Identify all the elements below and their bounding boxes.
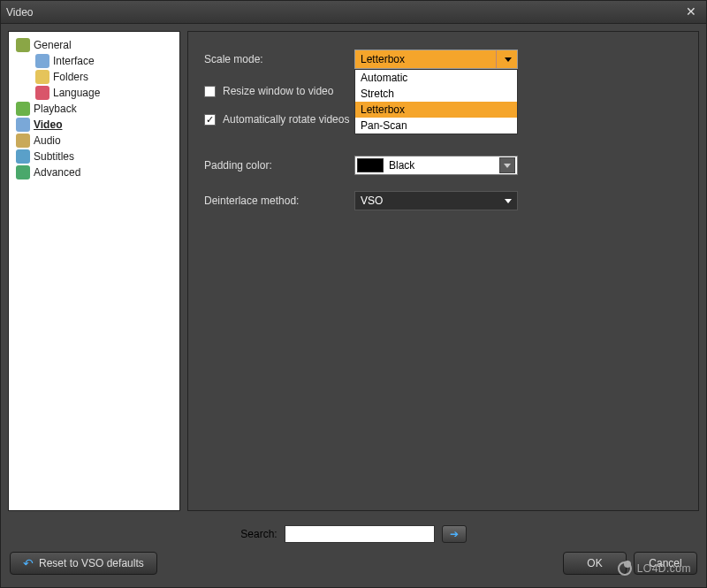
sidebar-item-general[interactable]: General: [12, 37, 176, 53]
watermark: LO4D.com: [618, 561, 691, 576]
sidebar-item-advanced[interactable]: Advanced: [12, 164, 176, 180]
play-icon: [16, 102, 30, 116]
scale-mode-options: AutomaticStretchLetterboxPan-Scan: [354, 69, 518, 134]
film-icon: [16, 118, 30, 132]
sidebar-item-label: Folders: [53, 71, 88, 83]
deinterlace-value: VSO: [361, 195, 383, 207]
chevron-down-icon: [505, 199, 512, 203]
search-button[interactable]: ➔: [442, 525, 467, 543]
scale-mode-value: Letterbox: [361, 53, 405, 65]
window-icon: [35, 54, 49, 68]
chevron-down-icon: [499, 157, 515, 173]
sidebar: GeneralInterfaceFoldersLanguagePlaybackV…: [8, 31, 180, 511]
color-swatch: [357, 158, 384, 172]
sidebar-item-label: General: [34, 39, 72, 51]
sidebar-item-label: Audio: [34, 134, 61, 147]
settings-window: Video ✕ GeneralInterfaceFoldersLanguageP…: [0, 0, 707, 588]
window-title: Video: [6, 6, 681, 19]
sidebar-item-language[interactable]: Language: [12, 85, 176, 101]
arrow-right-icon: ➔: [450, 528, 459, 540]
scale-mode-row: Scale mode: Letterbox AutomaticStretchLe…: [204, 50, 682, 69]
button-row: ↶ Reset to VSO defaults OK Cancel: [10, 552, 697, 575]
search-input[interactable]: [285, 525, 435, 543]
search-row: Search: ➔: [10, 525, 697, 543]
deinterlace-row: Deinterlace method: VSO: [204, 191, 682, 210]
sidebar-item-audio[interactable]: Audio: [12, 133, 176, 149]
scale-option-letterbox[interactable]: Letterbox: [355, 102, 517, 118]
logo-icon: [618, 561, 632, 576]
scale-mode-label: Scale mode:: [204, 53, 354, 65]
window-body: GeneralInterfaceFoldersLanguagePlaybackV…: [1, 24, 706, 518]
sidebar-item-interface[interactable]: Interface: [12, 53, 176, 69]
search-label: Search:: [240, 528, 277, 540]
scale-option-stretch[interactable]: Stretch: [355, 86, 517, 102]
folder-icon: [35, 70, 49, 84]
scale-mode-dropdown[interactable]: Letterbox AutomaticStretchLetterboxPan-S…: [354, 50, 518, 69]
deinterlace-label: Deinterlace method:: [204, 195, 354, 207]
sidebar-item-subtitles[interactable]: Subtitles: [12, 149, 176, 164]
advanced-icon: [16, 165, 30, 179]
footer: Search: ➔ ↶ Reset to VSO defaults OK Can…: [1, 518, 706, 587]
padding-color-dropdown[interactable]: Black: [354, 156, 518, 175]
padding-color-value: Black: [389, 159, 499, 172]
watermark-text: LO4D.com: [637, 562, 691, 575]
chevron-down-icon: [496, 50, 512, 68]
sidebar-item-label: Interface: [53, 55, 95, 67]
content-panel: Scale mode: Letterbox AutomaticStretchLe…: [187, 31, 699, 511]
reset-icon: ↶: [23, 556, 34, 570]
scale-option-automatic[interactable]: Automatic: [355, 70, 517, 86]
speaker-icon: [16, 134, 30, 148]
resize-label: Resize window to video: [223, 85, 333, 97]
sidebar-item-label: Video: [34, 118, 62, 131]
sidebar-item-label: Advanced: [34, 166, 80, 179]
scale-option-pan-scan[interactable]: Pan-Scan: [355, 118, 517, 134]
subtitle-icon: [16, 149, 30, 164]
rotate-label: Automatically rotate videos: [223, 113, 349, 126]
sidebar-item-label: Subtitles: [34, 150, 74, 163]
ok-label: OK: [587, 557, 602, 569]
padding-color-label: Padding color:: [204, 159, 354, 172]
titlebar: Video ✕: [1, 1, 706, 24]
gear-icon: [16, 38, 30, 52]
padding-color-row: Padding color: Black: [204, 156, 682, 175]
rotate-checkbox[interactable]: [204, 114, 216, 126]
sidebar-item-label: Language: [53, 87, 100, 99]
reset-defaults-button[interactable]: ↶ Reset to VSO defaults: [10, 552, 157, 575]
sidebar-item-label: Playback: [34, 103, 77, 115]
sidebar-item-video[interactable]: Video: [12, 117, 176, 133]
reset-label: Reset to VSO defaults: [39, 557, 144, 569]
sidebar-item-folders[interactable]: Folders: [12, 69, 176, 85]
flag-icon: [35, 86, 49, 100]
close-button[interactable]: ✕: [681, 4, 701, 20]
resize-checkbox[interactable]: [204, 86, 216, 97]
sidebar-item-playback[interactable]: Playback: [12, 101, 176, 117]
deinterlace-dropdown[interactable]: VSO: [354, 191, 518, 210]
